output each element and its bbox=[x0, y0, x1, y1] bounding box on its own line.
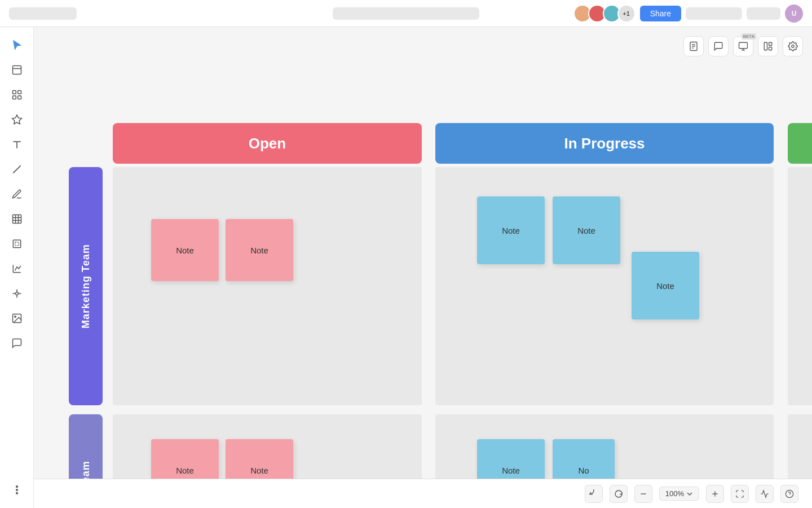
svg-rect-11 bbox=[12, 66, 21, 75]
beta-badge: BETA bbox=[742, 33, 756, 40]
tool-line[interactable] bbox=[6, 158, 28, 181]
tool-table[interactable] bbox=[6, 208, 28, 230]
undo-button[interactable] bbox=[585, 485, 603, 503]
tool-pen[interactable] bbox=[6, 183, 28, 205]
zoom-dropdown-icon bbox=[686, 491, 693, 497]
col-open-label: Open bbox=[249, 135, 286, 152]
tool-note[interactable] bbox=[6, 59, 28, 81]
doc-title-bar bbox=[9, 7, 77, 20]
svg-point-10 bbox=[792, 45, 795, 48]
note-r1-inprog-2[interactable]: Note bbox=[553, 196, 620, 264]
share-button[interactable]: Share bbox=[640, 6, 681, 21]
page-icon-btn[interactable] bbox=[683, 36, 704, 56]
svg-rect-26 bbox=[13, 240, 20, 247]
canvas: Open In Progress Marketing Team Team Not… bbox=[34, 27, 812, 508]
svg-rect-16 bbox=[17, 96, 21, 99]
note-r1-open-2[interactable]: Note bbox=[226, 219, 293, 281]
top-bar-pill-2 bbox=[747, 7, 780, 20]
svg-point-43 bbox=[785, 490, 793, 497]
user-avatar-right[interactable]: U bbox=[785, 5, 803, 23]
zoom-out-button[interactable] bbox=[634, 485, 652, 503]
tool-image[interactable] bbox=[6, 307, 28, 330]
tool-more[interactable] bbox=[6, 479, 28, 501]
redo-button[interactable] bbox=[610, 485, 628, 503]
col-inprogress-header: In Progress bbox=[435, 123, 774, 164]
cell-r1-open bbox=[113, 167, 422, 405]
zoom-in-button[interactable] bbox=[706, 485, 724, 503]
fit-view-button[interactable] bbox=[731, 485, 749, 503]
col-inprogress-label: In Progress bbox=[564, 135, 645, 152]
top-bar: +1 Share U bbox=[0, 0, 812, 27]
tool-chat[interactable] bbox=[6, 332, 28, 354]
top-bar-left bbox=[9, 7, 77, 20]
svg-rect-9 bbox=[769, 47, 772, 50]
svg-rect-27 bbox=[15, 242, 19, 246]
cell-r1-done bbox=[788, 167, 812, 405]
tool-grid[interactable] bbox=[6, 84, 28, 106]
note-r1-open-1[interactable]: Note bbox=[151, 219, 219, 281]
tool-mindmap[interactable] bbox=[6, 282, 28, 305]
icon-toolbar: BETA bbox=[683, 36, 803, 56]
tool-frame[interactable] bbox=[6, 233, 28, 255]
svg-rect-13 bbox=[12, 91, 16, 94]
note-r1-inprog-3[interactable]: Note bbox=[632, 252, 699, 319]
layout-icon-btn[interactable] bbox=[758, 36, 778, 56]
tool-chart[interactable] bbox=[6, 257, 28, 280]
tool-star[interactable] bbox=[6, 108, 28, 131]
svg-rect-7 bbox=[764, 42, 767, 50]
comment-icon-btn[interactable] bbox=[708, 36, 729, 56]
zoom-control[interactable]: 100% bbox=[659, 487, 699, 501]
svg-point-39 bbox=[16, 493, 17, 494]
bottom-toolbar: 100% bbox=[34, 479, 812, 508]
present-icon-btn[interactable]: BETA bbox=[733, 36, 753, 56]
col-open-header: Open bbox=[113, 123, 422, 164]
breadcrumb-bar bbox=[333, 7, 479, 20]
avatar-group: +1 bbox=[573, 5, 636, 23]
svg-line-20 bbox=[13, 165, 20, 173]
svg-rect-15 bbox=[12, 96, 16, 99]
avatar-overflow[interactable]: +1 bbox=[617, 5, 636, 23]
svg-marker-17 bbox=[12, 115, 21, 124]
svg-point-36 bbox=[14, 316, 15, 318]
svg-point-30 bbox=[15, 292, 18, 295]
tool-text[interactable] bbox=[6, 133, 28, 156]
top-bar-pill-1 bbox=[686, 7, 742, 20]
svg-rect-4 bbox=[739, 42, 748, 49]
tool-cursor[interactable] bbox=[6, 34, 28, 56]
top-bar-right: +1 Share U bbox=[573, 5, 803, 23]
grid-view-button[interactable] bbox=[756, 485, 774, 503]
settings-icon-btn[interactable] bbox=[783, 36, 803, 56]
help-button[interactable] bbox=[780, 485, 798, 503]
kanban-board: Open In Progress Marketing Team Team Not… bbox=[34, 27, 812, 508]
left-sidebar bbox=[0, 27, 34, 508]
col-done-header bbox=[788, 123, 812, 164]
row1-label: Marketing Team bbox=[69, 167, 103, 405]
top-bar-center bbox=[333, 7, 479, 20]
svg-rect-14 bbox=[17, 91, 21, 94]
note-r1-inprog-1[interactable]: Note bbox=[477, 196, 545, 264]
zoom-level: 100% bbox=[665, 489, 684, 498]
svg-point-37 bbox=[16, 486, 17, 488]
svg-point-38 bbox=[16, 489, 17, 491]
svg-rect-21 bbox=[12, 215, 21, 224]
svg-rect-8 bbox=[769, 42, 772, 45]
